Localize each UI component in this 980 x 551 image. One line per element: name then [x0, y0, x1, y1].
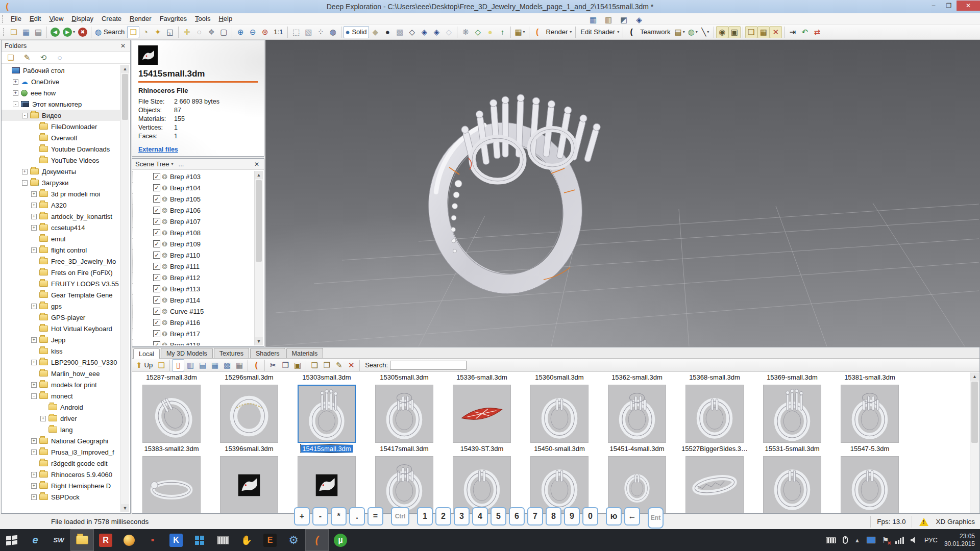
thumbnail-cell[interactable]: 15450-small.3dm: [521, 383, 598, 454]
new-folder-icon[interactable]: ❏: [5, 52, 17, 64]
taskbar-monect-hand[interactable]: ✋: [235, 529, 258, 551]
thumbnail-cell[interactable]: [521, 454, 598, 513]
tree-expander-icon[interactable]: +: [31, 472, 37, 478]
folder-item-этот-компьютер[interactable]: -Этот компьютер: [2, 98, 120, 110]
thumbnail-cell[interactable]: 15368-small.3dm: [676, 372, 753, 383]
browser-scroll-up-icon[interactable]: ▲: [970, 372, 979, 381]
close-button[interactable]: ✕: [957, 1, 980, 11]
model-thumbnail[interactable]: [608, 385, 666, 443]
key-=[interactable]: =: [368, 507, 383, 525]
minimize-button[interactable]: –: [926, 1, 941, 11]
key-ю[interactable]: ю: [606, 507, 622, 525]
thumbnail-cell-selected[interactable]: 15415small.3dm: [288, 383, 365, 454]
scene-scroll-up-icon[interactable]: ▲: [255, 171, 263, 179]
folders-scrollbar[interactable]: ▲ ▼: [120, 65, 129, 512]
thumbnail-cell[interactable]: [598, 454, 676, 513]
key-9[interactable]: 9: [564, 507, 580, 525]
hidden-line-cube-icon[interactable]: ◈: [418, 26, 430, 38]
scene-item-brep-117[interactable]: ✓❂Brep #117: [132, 328, 254, 339]
scene-tree-close-icon[interactable]: ✕: [253, 161, 261, 168]
maximize-button[interactable]: ❐: [941, 1, 957, 11]
start-button[interactable]: [0, 529, 23, 551]
taskbar-fire-e[interactable]: E: [258, 529, 282, 551]
copy-icon[interactable]: ❐: [279, 359, 291, 371]
forward-icon-dropdown-icon[interactable]: ▾: [73, 30, 75, 34]
model-thumbnail[interactable]: [298, 385, 356, 443]
tree-expander-icon[interactable]: +: [13, 90, 18, 96]
model-thumbnail[interactable]: [608, 456, 666, 513]
add-folder-icon[interactable]: ❏: [155, 359, 167, 371]
tree-expander-icon[interactable]: +: [31, 337, 37, 343]
thumbnail-cell[interactable]: [365, 454, 443, 513]
folder-item-a320[interactable]: +A320: [2, 199, 120, 211]
model-thumbnail[interactable]: [841, 456, 899, 513]
tree-expander-icon[interactable]: -: [22, 113, 28, 118]
transfer-arrows-icon[interactable]: ⇄: [811, 26, 823, 38]
folders-scroll-down-icon[interactable]: ▼: [121, 504, 129, 512]
model-thumbnail[interactable]: [453, 456, 511, 513]
taskbar-file-explorer[interactable]: [70, 529, 94, 551]
clock[interactable]: 23:05 30.01.2015: [944, 533, 975, 548]
tree-expander-icon[interactable]: +: [31, 382, 37, 388]
pivot-axis-icon[interactable]: ✛: [181, 26, 193, 38]
taskbar-virtual-keyboard[interactable]: [211, 529, 235, 551]
model-thumbnail[interactable]: [298, 456, 356, 513]
delete-folder-icon[interactable]: ⟲: [37, 52, 50, 64]
scene-tree-menu-icon[interactable]: ...: [179, 160, 184, 168]
light-bulb-icon[interactable]: ●: [484, 26, 496, 38]
folder-item-prusa-i3-improved-f[interactable]: +Prusa_i3_Improved_f: [2, 446, 120, 458]
tray-chevron-up-icon[interactable]: ▲: [854, 537, 860, 543]
menu-favorites[interactable]: Favorites: [156, 14, 191, 23]
thumbnail-cell[interactable]: 15439-ST.3dm: [443, 383, 521, 454]
scene-item-brep-112[interactable]: ✓❂Brep #112: [132, 272, 254, 283]
taskbar-apps-grid[interactable]: [188, 529, 211, 551]
tree-expander-icon[interactable]: +: [31, 449, 37, 455]
scene-item-checkbox[interactable]: ✓: [153, 173, 160, 180]
folder-item-artdock-by-konartist[interactable]: +artdock_by_konartist: [2, 211, 120, 222]
model-thumbnail[interactable]: [685, 385, 744, 443]
view-details-icon[interactable]: ▦: [209, 359, 221, 371]
scene-item-brep-107[interactable]: ✓❂Brep #107: [132, 216, 254, 227]
scene-item-checkbox[interactable]: ✓: [153, 207, 160, 214]
save-icon[interactable]: ▦: [20, 26, 32, 38]
key-1[interactable]: 1: [417, 507, 433, 525]
folder-item-рабочий-стол[interactable]: Рабочий стол: [2, 65, 120, 76]
folder-item-driver[interactable]: +driver: [2, 413, 120, 424]
vertices-mode-icon[interactable]: ⁘: [314, 26, 327, 38]
tree-expander-icon[interactable]: +: [40, 416, 46, 421]
model-thumbnail[interactable]: [763, 385, 821, 443]
export-icon[interactable]: ⇥: [787, 26, 799, 38]
view-table-icon[interactable]: ▦: [233, 359, 246, 371]
dotted-cube-icon[interactable]: ▩: [394, 26, 406, 38]
folder-item-3d-pr-modeli-moi[interactable]: +3d pr modeli moi: [2, 188, 120, 199]
scene-item-brep-113[interactable]: ✓❂Brep #113: [132, 283, 254, 294]
key-.[interactable]: .: [349, 507, 365, 525]
key--[interactable]: -: [312, 507, 328, 525]
menu-create[interactable]: Create: [97, 14, 126, 23]
scene-item-brep-110[interactable]: ✓❂Brep #110: [132, 249, 254, 261]
folder-item-загрузки[interactable]: -↓Загрузки: [2, 177, 120, 188]
scene-scroll-down-icon[interactable]: ▼: [255, 337, 263, 345]
web-search-icon[interactable]: ◍Search: [93, 26, 127, 38]
key-2[interactable]: 2: [435, 507, 451, 525]
back-icon[interactable]: ◀: [49, 26, 61, 38]
menu-file[interactable]: File: [7, 14, 26, 23]
edit-shader-button[interactable]: Edit Shader▾: [578, 26, 621, 38]
flat-shade-cube-icon[interactable]: ◆: [369, 26, 381, 38]
folder-item-youtube-downloads[interactable]: Youtube Downloads: [2, 143, 120, 155]
language-indicator[interactable]: РУС: [924, 536, 938, 544]
scene-tree-title[interactable]: Scene Tree: [135, 160, 169, 168]
tray-signal-icon[interactable]: [895, 537, 904, 544]
undo-redo-icon[interactable]: ↶: [799, 26, 811, 38]
scene-item-brep-108[interactable]: ✓❂Brep #108: [132, 227, 254, 238]
key-←[interactable]: ←: [624, 507, 640, 525]
folder-item-marlin-how-eee[interactable]: Marlin_how_eee: [2, 368, 120, 379]
folders-scroll-up-icon[interactable]: ▲: [121, 65, 129, 73]
thumbnail-cell[interactable]: 15383-small2.3dm: [133, 383, 210, 454]
tree-expander-icon[interactable]: +: [22, 169, 28, 174]
model-thumbnail[interactable]: [142, 385, 201, 443]
folder-item-kiss[interactable]: kiss: [2, 345, 120, 357]
key-8[interactable]: 8: [546, 507, 561, 525]
tab-textures[interactable]: Textures: [214, 348, 249, 358]
tree-expander-icon[interactable]: -: [13, 102, 18, 107]
